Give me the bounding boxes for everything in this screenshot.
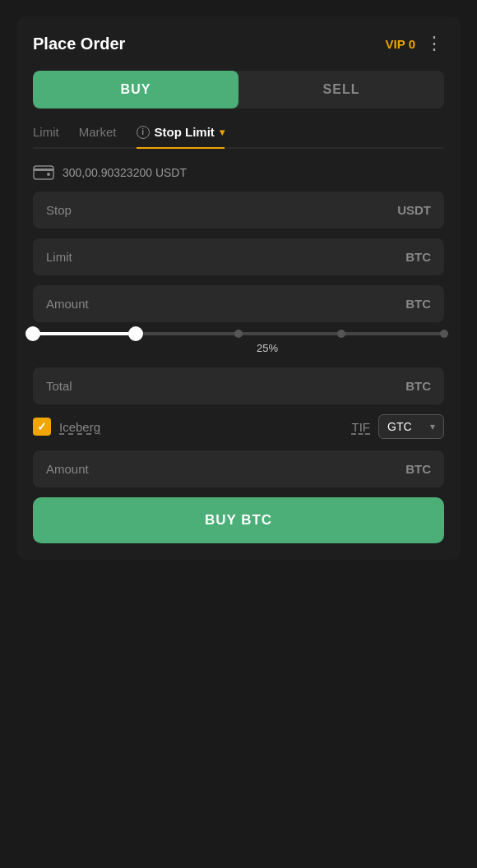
amount-currency: BTC [405,297,431,311]
total-input-field[interactable]: Total BTC [33,367,444,404]
stop-currency: USDT [397,203,431,217]
iceberg-row: ✓ Iceberg TIF GTC ▾ [33,414,444,439]
stop-limit-tab[interactable]: i Stop Limit ▾ [137,125,225,149]
iceberg-amount-currency: BTC [405,462,431,476]
chevron-down-icon: ▾ [220,127,225,138]
more-icon[interactable]: ⋮ [425,33,444,54]
svg-rect-0 [34,166,53,179]
balance-amount: 300,00.90323200 USDT [63,166,187,179]
stop-input-field[interactable]: Stop USDT [33,192,444,229]
check-icon: ✓ [37,420,47,433]
limit-currency: BTC [405,250,431,264]
slider-percent-label: 25% [90,342,444,354]
order-type-tabs: Limit Market i Stop Limit ▾ [33,125,444,149]
info-icon: i [137,126,150,139]
limit-input-field[interactable]: Limit BTC [33,238,444,275]
header: Place Order VIP 0 ⋮ [33,33,444,54]
svg-point-2 [47,173,50,176]
svg-rect-1 [34,169,53,171]
sell-tab[interactable]: SELL [238,71,444,108]
gtc-value: GTC [387,420,412,433]
buy-sell-tabs: BUY SELL [33,71,444,108]
stop-limit-label: Stop Limit [155,125,215,139]
page-title: Place Order [33,35,125,53]
slider-dot-75 [337,330,345,338]
buy-tab[interactable]: BUY [33,71,238,108]
buy-btc-button[interactable]: BUY BTC [33,497,444,543]
limit-label: Limit [46,250,72,264]
total-label: Total [46,379,72,393]
stop-label: Stop [46,203,72,217]
amount-label: Amount [46,297,89,311]
limit-tab[interactable]: Limit [33,125,59,149]
slider-fill [33,332,136,335]
slider-dot-100 [440,330,448,338]
iceberg-checkbox[interactable]: ✓ [33,418,51,436]
slider-dot-50 [234,330,243,338]
slider-thumb-left[interactable] [25,326,40,341]
amount-input-field[interactable]: Amount BTC [33,285,444,322]
vip-badge: VIP 0 [386,37,415,51]
slider-track[interactable] [33,332,444,335]
iceberg-amount-input-field[interactable]: Amount BTC [33,450,444,487]
slider-section: 25% [33,332,444,354]
market-tab[interactable]: Market [79,125,117,149]
total-currency: BTC [405,379,431,393]
iceberg-amount-label: Amount [46,462,89,476]
gtc-select[interactable]: GTC ▾ [378,414,444,439]
iceberg-label: Iceberg [59,420,100,434]
gtc-chevron-icon: ▾ [430,421,435,432]
tif-label: TIF [352,420,371,434]
header-right: VIP 0 ⋮ [386,33,444,54]
balance-row: 300,00.90323200 USDT [33,165,444,180]
slider-thumb-right[interactable] [128,326,143,341]
wallet-icon [33,165,54,180]
